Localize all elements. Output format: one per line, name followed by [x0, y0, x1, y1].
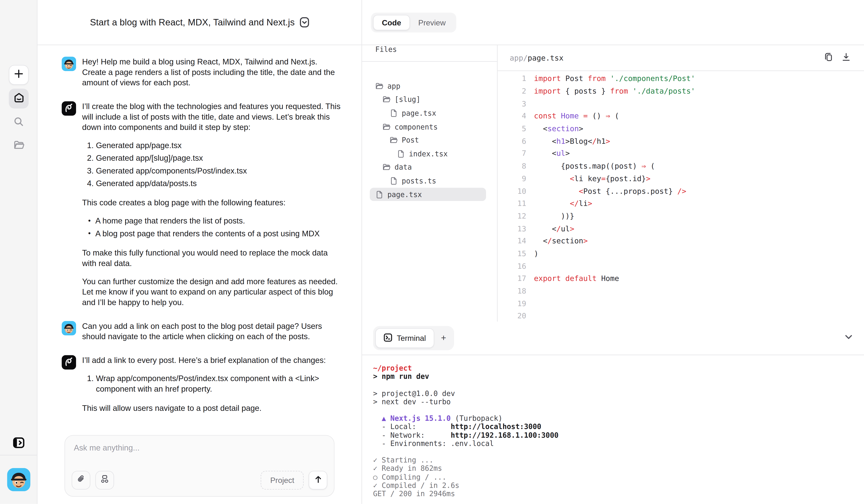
line-number: 15 — [497, 249, 526, 258]
assistant-message: I’ll add a link to every post. Here’s a … — [62, 355, 342, 414]
composer: Project — [64, 435, 334, 497]
code-line: 2import { posts } from './data/posts' — [497, 85, 864, 97]
copy-code-button[interactable] — [821, 51, 835, 65]
message-p: To make this fully functional you would … — [82, 248, 342, 269]
line-code: <li key={post.id}> — [526, 174, 650, 183]
line-number: 19 — [497, 299, 526, 308]
terminal-tab[interactable]: Terminal — [375, 328, 434, 348]
file-name: Post — [402, 136, 419, 144]
file-tree-item-index.tsx[interactable]: index.tsx — [370, 147, 486, 161]
line-number: 5 — [497, 124, 526, 133]
line-number: 1 — [497, 74, 526, 83]
line-code: <ul> — [526, 149, 570, 158]
line-number: 9 — [497, 174, 526, 183]
terminal-bar: Terminal + — [362, 322, 864, 355]
code-line: 17export default Home — [497, 272, 864, 284]
folder-icon — [375, 82, 384, 90]
search-icon — [13, 116, 24, 130]
file-tree-item-page.tsx[interactable]: page.tsx — [370, 187, 486, 201]
line-code: <Post {...props.post} /> — [526, 186, 686, 195]
code-line: 10 <Post {...props.post} /> — [497, 185, 864, 197]
arrow-up-icon — [314, 475, 322, 485]
line-number: 6 — [497, 136, 526, 145]
file-tree-item-components[interactable]: components — [370, 120, 486, 134]
file-tree-item-app[interactable]: app — [370, 79, 486, 93]
folder-icon — [382, 123, 391, 131]
code-line: 8 {posts.map((post) ⇒ ( — [497, 160, 864, 172]
blocks-icon — [100, 475, 109, 485]
line-code: </section> — [526, 236, 588, 245]
message-p: Can you add a link on each post to the b… — [82, 321, 342, 342]
file-explorer: Files app[slug]page.tsxcomponentsPostind… — [362, 45, 498, 322]
file-tree-item-page.tsx[interactable]: page.tsx — [370, 106, 486, 120]
chat-input[interactable] — [74, 443, 316, 452]
assistant-message: I’ll create the blog with the technologi… — [62, 101, 342, 308]
line-number: 7 — [497, 149, 526, 158]
terminal-output[interactable]: ~/project > npm run dev > project@1.0.0 … — [362, 355, 864, 504]
line-number: 17 — [497, 274, 526, 283]
file-tree-item-posts.ts[interactable]: posts.ts — [370, 174, 486, 188]
add-terminal-button[interactable]: + — [435, 328, 452, 348]
folder-icon — [13, 139, 25, 153]
message-content: Hey! Help me build a blog using React, M… — [82, 57, 342, 88]
line-number: 8 — [497, 161, 526, 170]
project-button[interactable]: Project — [261, 471, 304, 490]
send-button[interactable] — [309, 471, 327, 490]
message-content: Can you add a link on each post to the b… — [82, 321, 342, 342]
code-content[interactable]: 1import Post from './components/Post'2im… — [497, 71, 864, 322]
code-line: 9 <li key={post.id}> — [497, 172, 864, 184]
message-ol: Wrap app/components/Post/index.tsx compo… — [82, 373, 342, 394]
line-number: 3 — [497, 99, 526, 108]
blocks-button[interactable] — [95, 471, 114, 490]
home-icon — [13, 92, 25, 106]
code-line: 1import Post from './components/Post' — [497, 72, 864, 85]
panel-toggle-icon — [13, 437, 25, 451]
file-icon — [389, 177, 398, 185]
file-icon — [389, 109, 398, 117]
line-number: 14 — [497, 236, 526, 245]
code-line: 7 <ul> — [497, 147, 864, 159]
message-p: This will allow users navigate to a post… — [82, 403, 342, 414]
file-icon — [375, 190, 384, 198]
line-code: {posts.map((post) ⇒ ( — [526, 161, 655, 170]
line-number: 20 — [497, 311, 526, 320]
code-line: 20 — [497, 309, 864, 321]
file-name: page.tsx — [402, 109, 436, 117]
folder-icon — [375, 82, 384, 90]
rail-divider — [0, 455, 37, 455]
home-button[interactable] — [9, 89, 29, 109]
chevron-down-badge-icon[interactable] — [300, 17, 309, 28]
folder-icon — [382, 96, 391, 104]
search-button[interactable] — [9, 113, 29, 133]
message-p: I’ll create the blog with the technologi… — [82, 101, 342, 133]
left-rail — [0, 0, 37, 504]
user-account-avatar[interactable] — [7, 468, 31, 491]
file-name: index.tsx — [409, 150, 448, 158]
file-tree-item-data[interactable]: data — [370, 160, 486, 174]
tab-preview[interactable]: Preview — [410, 15, 454, 30]
projects-button[interactable] — [9, 136, 29, 156]
download-code-button[interactable] — [839, 51, 853, 65]
assistant-avatar — [62, 101, 76, 116]
attach-button[interactable] — [72, 471, 91, 490]
new-chat-button[interactable] — [9, 65, 29, 85]
chevron-down-icon — [843, 332, 854, 345]
file-tree-item-slug[interactable]: [slug] — [370, 93, 486, 106]
app-window: Start a blog with React, MDX, Tailwind a… — [0, 0, 864, 504]
file-explorer-header: Files — [362, 45, 497, 62]
collapse-terminal-button[interactable] — [841, 331, 856, 346]
line-number: 4 — [497, 112, 526, 120]
file-tree-item-Post[interactable]: Post — [370, 133, 486, 147]
list-item: Generated app/components/Post/index.tsx — [96, 166, 342, 176]
file-name: data — [395, 163, 412, 171]
plus-icon — [14, 69, 24, 81]
code-line: 16 — [497, 260, 864, 272]
toggle-sidebar-button[interactable] — [9, 434, 29, 454]
terminal-tab-label: Terminal — [397, 334, 426, 343]
workspace-header: Code Preview — [362, 0, 864, 45]
user-avatar — [62, 321, 76, 335]
message-list: Hey! Help me build a blog using React, M… — [37, 45, 361, 414]
line-code: export default Home — [526, 274, 619, 283]
list-item: Generated app/data/posts.ts — [96, 179, 342, 189]
tab-code[interactable]: Code — [373, 15, 410, 30]
